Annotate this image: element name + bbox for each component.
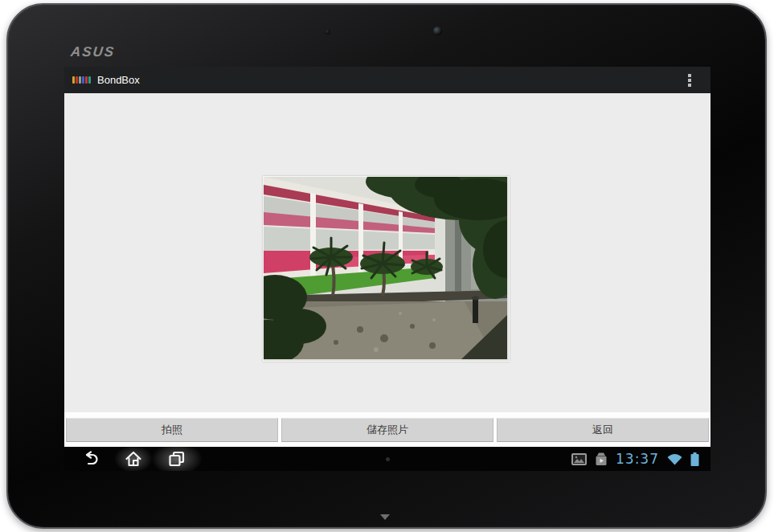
nav-home-button[interactable] — [119, 447, 148, 471]
recent-apps-icon — [167, 450, 186, 468]
save-photo-button[interactable]: 儲存照片 — [281, 418, 493, 442]
screen: BondBox — [64, 67, 711, 471]
front-camera — [433, 27, 442, 35]
gallery-notification-icon — [571, 453, 587, 465]
nav-back-button[interactable] — [76, 447, 104, 471]
page: ASUS BondBox — [0, 0, 774, 532]
take-photo-button[interactable]: 拍照 — [66, 418, 278, 442]
action-button-bar: 拍照 儲存照片 返回 — [64, 412, 711, 447]
status-tray[interactable]: 13:37 — [571, 451, 699, 467]
content-area — [64, 93, 711, 412]
home-icon — [124, 450, 143, 468]
nav-cluster — [76, 447, 191, 471]
back-button[interactable]: 返回 — [497, 418, 709, 442]
app-bar: BondBox — [64, 67, 711, 93]
bezel-marker-icon — [380, 514, 390, 520]
photo-scene — [264, 177, 507, 359]
overflow-menu-button[interactable] — [677, 67, 702, 93]
light-sensor — [325, 29, 330, 35]
tablet-frame: ASUS BondBox — [6, 3, 767, 529]
clock: 13:37 — [616, 451, 659, 467]
wifi-icon — [667, 453, 682, 465]
app-title: BondBox — [97, 74, 140, 86]
back-icon — [80, 450, 100, 468]
battery-icon — [690, 452, 699, 466]
bondbox-app-icon — [72, 76, 91, 84]
notification-dot — [386, 457, 390, 461]
nav-recents-button[interactable] — [162, 447, 191, 471]
brand-logo: ASUS — [70, 44, 116, 60]
photo-preview — [263, 176, 510, 362]
system-bar: 13:37 — [64, 447, 711, 471]
play-store-notification-icon — [595, 452, 608, 466]
